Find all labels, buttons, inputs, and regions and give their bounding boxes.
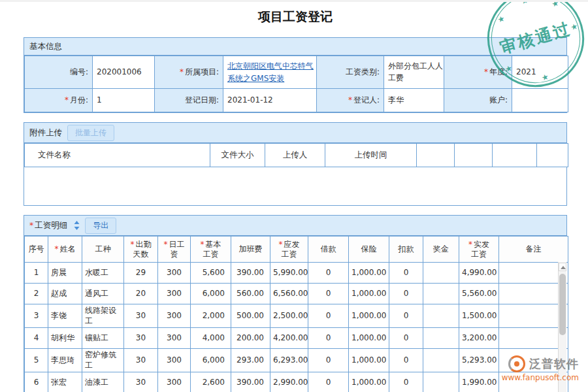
table-cell: 2,500.00 (270, 304, 308, 328)
wage-column-header: 保险 (349, 237, 389, 263)
table-cell: 胡利华 (48, 328, 82, 349)
table-cell: 200.00 (231, 328, 270, 349)
table-cell: 5,990.00 (270, 263, 308, 284)
field-value-project: 北京朝阳区电气中芯特气系统之GMS安装 (223, 56, 317, 89)
attachment-column-header (493, 144, 537, 167)
wage-details-section: *工资明细 导出 序号*姓名工种*出勤 天数*日工 资*基本 工资加班费*应发 … (24, 215, 567, 392)
table-cell: 线路架设工 (82, 304, 124, 328)
sort-icon[interactable] (74, 221, 80, 230)
export-button[interactable]: 导出 (85, 218, 116, 234)
basic-info-title: 基本信息 (29, 41, 62, 52)
table-cell: 2,000 (191, 304, 231, 328)
basic-info-section: 基本信息 编号: 202001006 *所属项目: 北京朝阳区电气中芯特气系统之… (24, 37, 567, 113)
field-label-text: 登记日期: (185, 95, 219, 105)
field-label-text: 工资类别: (346, 67, 380, 76)
table-cell: 4,990.00 (459, 263, 499, 284)
wage-details-title: *工资明细 (29, 220, 67, 231)
wage-column-header: 工种 (82, 237, 124, 263)
attachment-column-header: 上传时间 (325, 144, 417, 167)
table-cell: 2,600 (191, 372, 231, 392)
table-cell: 0 (308, 304, 349, 328)
table-row: 3李饶线路架设工303002,000500.002,500.0001,000.0… (25, 304, 568, 328)
attachment-column-header: 文件大小 (210, 144, 265, 167)
field-value-wage-type: 外部分包工人人工费 (384, 56, 444, 89)
table-cell: 李思琦 (48, 349, 82, 372)
scrollbar-up-icon[interactable] (559, 263, 566, 271)
table-row: 5李思琦窑炉修筑工303006,000293.006,293.0001,000.… (25, 349, 568, 372)
table-cell: 1,990.00 (459, 372, 499, 392)
table-row: 1房晨水暖工293005,600390.005,990.0001,000.000… (25, 263, 568, 284)
wage-column-header: 加班费 (231, 237, 270, 263)
table-cell: 6 (25, 372, 48, 392)
table-cell: 2 (25, 284, 48, 304)
table-cell: 窑炉修筑工 (82, 349, 124, 372)
table-cell: 300 (158, 284, 191, 304)
required-mark: * (180, 67, 184, 76)
field-value-reg-date: 2021-01-12 (223, 89, 317, 112)
table-cell: 4,200.00 (270, 328, 308, 349)
form-row: *月份: 1 登记日期: 2021-01-12 *登记人: 李华 账户: (25, 89, 568, 112)
page-title: 项目工资登记 (24, 2, 567, 28)
attachment-header-row: 文件名称文件大小上传人上传时间 (25, 144, 568, 167)
table-cell (423, 284, 459, 304)
required-mark: * (201, 240, 204, 249)
table-cell: 0 (389, 372, 423, 392)
table-cell (423, 328, 459, 349)
table-cell: 3 (25, 304, 48, 328)
table-cell: 1,000.00 (349, 304, 389, 328)
table-cell: 油漆工 (82, 372, 124, 392)
table-cell: 水暖工 (82, 263, 124, 284)
table-cell: 300 (158, 263, 191, 284)
wage-column-header: 备注 (499, 237, 568, 263)
field-value-code: 202001006 (93, 56, 155, 89)
wage-column-header: 借款 (308, 237, 349, 263)
table-cell: 6,000 (191, 349, 231, 372)
table-cell: 1,500.00 (459, 304, 499, 328)
table-cell: 0 (389, 284, 423, 304)
wage-column-header: *基本 工资 (191, 237, 231, 263)
project-link[interactable]: 北京朝阳区电气中芯特气系统之GMS安装 (227, 61, 314, 82)
attachment-column-header: 文件名称 (25, 144, 210, 167)
wage-column-header: *应发 工资 (270, 237, 308, 263)
table-cell: 29 (124, 263, 158, 284)
table-row: 4胡利华镶贴工303004,000200.004,200.0001,000.00… (25, 328, 568, 349)
table-cell: 5 (25, 349, 48, 372)
field-label-year: *年度: (444, 56, 512, 89)
vendor-watermark: 泛普软件 www.fanpusoft.com (502, 355, 579, 382)
scrollbar-thumb[interactable] (559, 274, 566, 335)
required-mark: * (55, 244, 59, 253)
table-cell: 300 (158, 328, 191, 349)
required-mark: * (65, 95, 69, 105)
table-cell: 6,560.00 (270, 284, 308, 304)
wage-column-header: *姓名 (48, 237, 82, 263)
attachment-column-header (417, 144, 455, 167)
batch-upload-button[interactable]: 批量上传 (67, 125, 114, 141)
table-row: 6张宏油漆工303002,600390.002,990.0001,000.000… (25, 372, 568, 392)
field-label-registrant: *登记人: (317, 89, 384, 112)
wage-header-row: 序号*姓名工种*出勤 天数*日工 资*基本 工资加班费*应发 工资借款保险扣款奖… (25, 237, 568, 263)
field-label-text: 月份: (70, 95, 88, 105)
attachment-column-header (455, 144, 493, 167)
wage-column-header: *日工 资 (158, 237, 191, 263)
table-cell: 390.00 (231, 372, 270, 392)
basic-info-header: 基本信息 (24, 38, 566, 56)
field-label-month: *月份: (25, 89, 93, 112)
table-cell: 390.00 (231, 263, 270, 284)
table-cell: 30 (124, 349, 158, 372)
table-cell: 0 (308, 349, 349, 372)
required-mark: * (131, 240, 135, 249)
table-cell: 1,000.00 (349, 328, 389, 349)
table-cell: 5,293.00 (459, 349, 499, 372)
table-cell: 300 (158, 349, 191, 372)
table-cell: 0 (389, 328, 423, 349)
table-cell: 1,000.00 (349, 349, 389, 372)
required-mark: * (279, 240, 283, 249)
field-label-text: 账户: (489, 95, 508, 105)
table-cell (423, 349, 459, 372)
field-value-registrant: 李华 (384, 89, 444, 112)
required-mark: * (468, 240, 472, 249)
star-icon: ★ (570, 22, 579, 32)
table-cell: 0 (308, 328, 349, 349)
attachment-column-header: 上传人 (265, 144, 325, 167)
field-label-text: 登记人: (353, 95, 380, 105)
